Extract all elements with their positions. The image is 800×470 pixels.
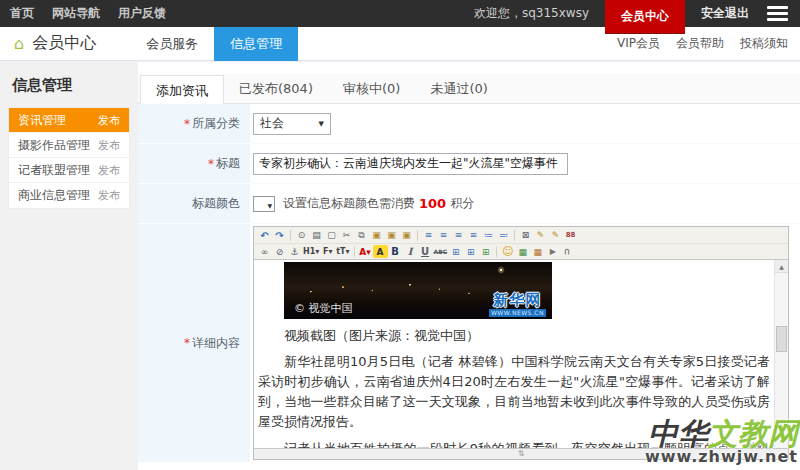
underline-icon[interactable]: U	[418, 245, 433, 258]
font-color-icon[interactable]: A▾	[358, 245, 373, 258]
title-color-label: 标题颜色	[192, 195, 240, 212]
sidebar-item-photo-manage[interactable]: 摄影作品管理 发布	[9, 133, 129, 158]
font-size-icon[interactable]: tT▾	[335, 245, 350, 258]
tab-reviewing[interactable]: 审核中(0)	[328, 74, 415, 103]
sidebar-item-action[interactable]: 发布	[98, 188, 120, 203]
sidebar-item-label: 摄影作品管理	[18, 137, 90, 154]
category-select[interactable]: 社会 ▼	[253, 113, 331, 135]
highlight-icon[interactable]: A	[373, 245, 388, 258]
separator[interactable]	[514, 230, 515, 241]
preview-icon[interactable]: ⊙	[294, 229, 309, 242]
align-center-icon[interactable]: ≡	[436, 229, 451, 242]
page-title: 会员中心	[32, 33, 96, 54]
menu-icon[interactable]	[765, 1, 790, 26]
separator[interactable]	[354, 246, 355, 257]
separator[interactable]	[417, 230, 418, 241]
sidebar-item-action[interactable]: 发布	[98, 138, 120, 153]
new-doc-icon[interactable]: ▢	[324, 229, 339, 242]
nav-home[interactable]: 首页	[10, 5, 34, 22]
separator[interactable]	[290, 230, 291, 241]
font-family-icon[interactable]: F▾	[320, 245, 335, 258]
category-content-cell: 社会 ▼	[250, 104, 800, 144]
title-color-note-prefix: 设置信息标题颜色需消费	[283, 195, 415, 212]
table-grid-icon[interactable]: ⊞	[448, 245, 463, 258]
heading-icon[interactable]: H1▾	[302, 245, 320, 258]
strikethrough-icon[interactable]: ABC	[433, 245, 449, 258]
table-icon[interactable]: ⊞	[463, 245, 478, 258]
sidebar-item-reporter-union-manage[interactable]: 记者联盟管理 发布	[9, 158, 129, 183]
italic-icon[interactable]: I	[403, 245, 418, 258]
page-body: 信息管理 资讯管理 发布 摄影作品管理 发布 记者联盟管理 发布 商业信息管理 …	[0, 62, 800, 470]
remove-format-icon[interactable]: ⊠	[518, 229, 533, 242]
title-label-cell: * 标题	[138, 144, 250, 184]
sidebar-item-label: 记者联盟管理	[18, 162, 90, 179]
cut-icon[interactable]: ✂	[339, 229, 354, 242]
sidebar-item-action[interactable]: 发布	[98, 113, 120, 128]
link-vip[interactable]: VIP会员	[617, 35, 660, 52]
header-links: VIP会员会员帮助投稿须知	[617, 35, 800, 52]
title-color-cost: 100	[419, 196, 446, 211]
sidebar-item-business-info-manage[interactable]: 商业信息管理 发布	[9, 183, 129, 208]
editor-content-area[interactable]: © 视觉中国 新华网 WWW.NEWS.CN 视频截图（图片来源：视觉中国） 新…	[254, 260, 788, 448]
nav-feedback[interactable]: 用户反馈	[118, 5, 166, 22]
nav-sitemap[interactable]: 网站导航	[52, 5, 100, 22]
title-color-row: 标题颜色 ▼ 设置信息标题颜色需消费 100 积分	[138, 184, 800, 224]
align-justify-icon[interactable]: ≡	[466, 229, 481, 242]
xinhua-logo-text: 新华网	[493, 291, 541, 309]
align-right-icon[interactable]: ≡	[451, 229, 466, 242]
emoticon-icon[interactable]: ☺	[500, 245, 515, 258]
link-submission-guide[interactable]: 投稿须知	[740, 35, 788, 52]
undo-icon[interactable]: ↶	[257, 229, 272, 242]
category-label: 所属分类	[192, 115, 240, 132]
title-color-picker[interactable]: ▼	[253, 196, 275, 212]
link-icon[interactable]: ∞	[257, 245, 272, 258]
image-caption: 视频截图（图片来源：视觉中国）	[258, 327, 770, 345]
title-color-content-cell: ▼ 设置信息标题颜色需消费 100 积分	[250, 184, 800, 224]
paste-icon[interactable]: ▣	[369, 229, 384, 242]
align-left-icon[interactable]: ≡	[421, 229, 436, 242]
redo-icon[interactable]: ↷	[272, 229, 287, 242]
word-count-icon[interactable]: 88	[563, 229, 578, 242]
scrollbar-thumb[interactable]	[776, 326, 787, 352]
attachment-icon[interactable]: ⊂	[561, 244, 574, 259]
fill-color-icon[interactable]: ✎	[548, 229, 563, 242]
tab-rejected[interactable]: 未通过(0)	[415, 74, 502, 103]
paste-word-icon[interactable]: ▣	[384, 229, 399, 242]
format-painter-icon[interactable]: ✎	[533, 229, 548, 242]
sidebar-item-news-manage[interactable]: 资讯管理 发布	[9, 108, 129, 133]
image-icon[interactable]: ▦	[515, 245, 530, 258]
content-content-cell: ↶↷⊙▤▢✂⧉▣▣▣≡≡≡≡≔≕⊠✎✎88 ∞⊘⚓H1▾F▾tT▾A▾ABIUA…	[250, 224, 800, 463]
scroll-up-icon[interactable]: ▲	[775, 260, 788, 273]
category-label-cell: * 所属分类	[138, 104, 250, 144]
xinhua-logo: 新华网 WWW.NEWS.CN	[489, 293, 546, 317]
image-credit: © 视觉中国	[294, 301, 353, 316]
print-icon[interactable]: ▤	[309, 229, 324, 242]
member-center-button[interactable]: 会员中心	[605, 0, 685, 33]
tab-published[interactable]: 已发布(804)	[224, 74, 328, 103]
flash-icon[interactable]: ▦	[530, 245, 545, 258]
editor-resize-bar[interactable]: ⇅	[254, 448, 788, 459]
bold-icon[interactable]: B	[388, 245, 403, 258]
unlink-icon[interactable]: ⊘	[272, 245, 287, 258]
content-label-cell: * 详细内容	[138, 224, 250, 463]
sidebar-item-label: 资讯管理	[18, 112, 66, 129]
editor-scrollbar[interactable]: ▲	[774, 260, 788, 448]
ordered-list-icon[interactable]: ≔	[481, 229, 496, 242]
logout-button[interactable]: 安全退出	[701, 5, 749, 22]
separator[interactable]	[496, 246, 497, 257]
title-input[interactable]	[253, 153, 568, 175]
copy-icon[interactable]: ⧉	[354, 229, 369, 242]
tab-info-manage[interactable]: 信息管理	[214, 27, 298, 61]
resize-handle-icon[interactable]: ⇅	[518, 450, 525, 458]
tab-member-service[interactable]: 会员服务	[130, 27, 214, 61]
sidebar-item-action[interactable]: 发布	[98, 163, 120, 178]
link-member-help[interactable]: 会员帮助	[676, 35, 724, 52]
tab-add-news[interactable]: 添加资讯	[140, 75, 224, 104]
unordered-list-icon[interactable]: ≕	[496, 229, 511, 242]
rich-text-editor: ↶↷⊙▤▢✂⧉▣▣▣≡≡≡≡≔≕⊠✎✎88 ∞⊘⚓H1▾F▾tT▾A▾ABIUA…	[253, 226, 789, 460]
media-icon[interactable]: ▶	[545, 245, 560, 258]
table-props-icon[interactable]: ⊞	[478, 245, 493, 258]
anchor-icon[interactable]: ⚓	[287, 245, 302, 258]
paste-text-icon[interactable]: ▣	[399, 229, 414, 242]
chevron-down-icon: ▼	[319, 120, 324, 128]
